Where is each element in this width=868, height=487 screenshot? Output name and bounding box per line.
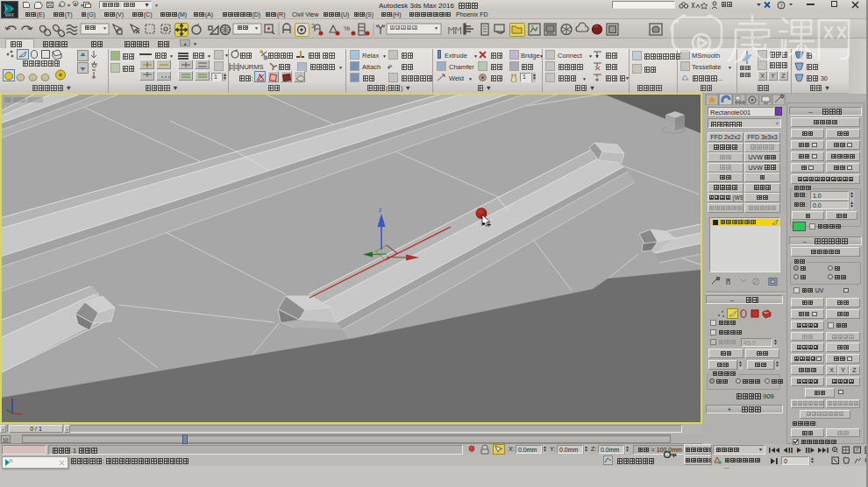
svg-text:3: 3 bbox=[311, 23, 315, 29]
svg-text:▼: ▼ bbox=[80, 3, 84, 8]
svg-text:%: % bbox=[344, 25, 350, 32]
svg-text:▼: ▼ bbox=[67, 3, 71, 8]
svg-text:MAX: MAX bbox=[5, 13, 14, 18]
svg-text:?: ? bbox=[779, 3, 783, 9]
svg-text:z: z bbox=[379, 207, 381, 213]
